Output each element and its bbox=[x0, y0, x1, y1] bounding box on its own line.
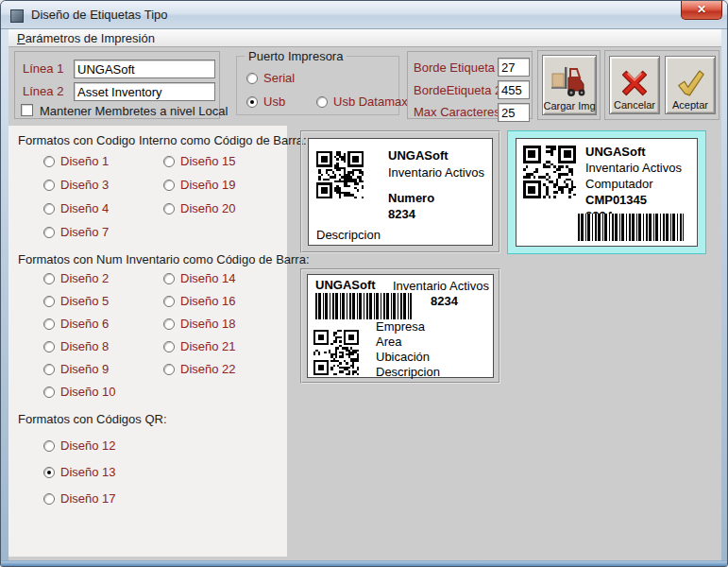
radio-diseno-7[interactable]: Diseño 7 bbox=[43, 225, 109, 239]
radio-circle bbox=[43, 180, 55, 191]
radio-label: Diseño 19 bbox=[180, 178, 236, 192]
radio-circle bbox=[163, 341, 175, 352]
radio-label: Diseño 18 bbox=[180, 317, 236, 331]
radio-diseno-18[interactable]: Diseño 18 bbox=[163, 317, 236, 331]
close-button[interactable]: ✕ bbox=[681, 1, 722, 20]
radio-label: Diseño 7 bbox=[60, 225, 109, 239]
radio-label: Diseño 1 bbox=[60, 154, 109, 168]
menu-parametros-impresion[interactable]: Parámetros de Impresión bbox=[13, 31, 159, 45]
radio-diseno-20[interactable]: Diseño 20 bbox=[163, 201, 236, 215]
cancel-x-icon bbox=[620, 69, 649, 97]
radio-diseno-15[interactable]: Diseño 15 bbox=[163, 154, 236, 168]
preview3-frame: UNGASoft Inventario Activos 8234 Empresa… bbox=[300, 268, 500, 384]
membrete-panel: Línea 1 Línea 2 Mantener Membretes a niv… bbox=[14, 51, 220, 119]
radio-circle bbox=[163, 273, 175, 284]
radio-label: Diseño 12 bbox=[60, 438, 116, 453]
preview3-number: 8234 bbox=[431, 294, 458, 308]
radio-diseno-3[interactable]: Diseño 3 bbox=[43, 178, 109, 192]
linea2-label: Línea 2 bbox=[23, 84, 63, 98]
cancelar-label: Cancelar bbox=[614, 99, 655, 111]
cancelar-button[interactable]: Cancelar bbox=[609, 56, 660, 114]
radio-diseno-17[interactable]: Diseño 17 bbox=[43, 491, 116, 506]
preview3-line-descripcion: Descripcion bbox=[376, 365, 440, 379]
radio-circle bbox=[43, 227, 55, 238]
radio-diseno-10[interactable]: Diseño 10 bbox=[43, 385, 116, 399]
cargar-panel: Cargar Img bbox=[537, 50, 601, 120]
aceptar-label: Aceptar bbox=[672, 99, 708, 111]
preview3-qr-code bbox=[313, 330, 359, 375]
cargar-img-button[interactable]: Cargar Img bbox=[542, 55, 597, 115]
radio-usb-datamax[interactable]: Usb Datamax bbox=[316, 94, 408, 109]
puerto-impresora-title: Puerto Impresora bbox=[245, 49, 347, 63]
radio-circle bbox=[163, 180, 175, 191]
radio-circle bbox=[43, 318, 55, 330]
preview1-footer: Descripcion bbox=[316, 228, 381, 242]
borde1-input[interactable] bbox=[498, 58, 530, 77]
radio-diseno-19[interactable]: Diseño 19 bbox=[163, 178, 236, 192]
radio-diseno-12[interactable]: Diseño 12 bbox=[43, 438, 116, 453]
window-icon bbox=[10, 9, 24, 23]
radio-diseno-16[interactable]: Diseño 16 bbox=[163, 294, 236, 308]
preview1-brand: UNGASoft bbox=[388, 148, 449, 163]
radio-diseno-22[interactable]: Diseño 22 bbox=[163, 362, 236, 376]
radio-diseno-6[interactable]: Diseño 6 bbox=[43, 317, 109, 331]
accept-check-icon bbox=[675, 69, 705, 97]
radio-circle bbox=[43, 296, 55, 307]
preview1-qr-code bbox=[316, 151, 364, 198]
preview2-brand: UNGASoft bbox=[585, 145, 646, 159]
borde1-label: Borde Etiqueta 1 bbox=[414, 60, 505, 75]
radio-label: Diseño 4 bbox=[60, 201, 109, 215]
title-bar[interactable]: Diseño de Etiquetas Tipo ✕ bbox=[1, 1, 728, 29]
preview1-subtitle: Inventario Activos bbox=[388, 165, 484, 180]
membretes-checkbox-label: Mantener Membretes a nivel Local bbox=[40, 104, 228, 118]
radio-circle bbox=[43, 493, 55, 505]
radio-diseno-21[interactable]: Diseño 21 bbox=[163, 339, 236, 353]
radio-label: Diseño 14 bbox=[180, 271, 236, 285]
radio-diseno-9[interactable]: Diseño 9 bbox=[43, 362, 109, 376]
aceptar-button[interactable]: Aceptar bbox=[665, 56, 716, 114]
client-area: Línea 1 Línea 2 Mantener Membretes a niv… bbox=[8, 47, 721, 560]
radio-label: Diseño 15 bbox=[180, 154, 236, 168]
preview2-label: UNGASoft Inventario Activos Computador C… bbox=[516, 138, 698, 247]
linea2-input[interactable] bbox=[74, 82, 215, 101]
radio-circle bbox=[163, 318, 175, 330]
radio-circle bbox=[163, 203, 175, 215]
radio-circle bbox=[43, 203, 55, 215]
radio-diseno-14[interactable]: Diseño 14 bbox=[163, 271, 236, 285]
radio-diseno-1[interactable]: Diseño 1 bbox=[43, 154, 109, 168]
group1-title: Formatos con Codigo Interno como Código … bbox=[18, 133, 307, 147]
preview3-brand: UNGASoft bbox=[315, 278, 376, 292]
linea1-input[interactable] bbox=[74, 60, 215, 78]
preview2-highlight: UNGASoft Inventario Activos Computador C… bbox=[507, 130, 706, 254]
preview1-label: UNGASoft Inventario Activos Numero 8234 … bbox=[308, 138, 493, 246]
borde2-input[interactable] bbox=[498, 80, 530, 99]
max-caracteres-input[interactable] bbox=[498, 103, 530, 122]
radio-diseno-4[interactable]: Diseño 4 bbox=[43, 201, 109, 215]
radio-label: Diseño 5 bbox=[60, 294, 109, 308]
radio-usb[interactable]: Usb bbox=[246, 94, 285, 109]
linea1-label: Línea 1 bbox=[23, 61, 63, 76]
radio-circle bbox=[163, 364, 175, 375]
window-bottom-frame bbox=[1, 560, 728, 567]
preview1-field-value: 8234 bbox=[388, 207, 415, 221]
radio-circle bbox=[163, 156, 175, 167]
radio-diseno-2[interactable]: Diseño 2 bbox=[43, 271, 109, 285]
radio-label: Diseño 6 bbox=[60, 317, 109, 331]
radio-circle bbox=[43, 364, 55, 375]
radio-diseno-5[interactable]: Diseño 5 bbox=[43, 294, 109, 308]
radio-serial[interactable]: Serial bbox=[246, 71, 295, 85]
radio-diseno-8[interactable]: Diseño 8 bbox=[43, 339, 109, 353]
radio-label: Usb bbox=[263, 94, 285, 109]
radio-circle bbox=[43, 341, 55, 352]
preview1-frame: UNGASoft Inventario Activos Numero 8234 … bbox=[300, 130, 500, 253]
membretes-checkbox[interactable] bbox=[21, 104, 33, 116]
radio-circle bbox=[43, 440, 55, 452]
radio-circle bbox=[246, 73, 258, 84]
dialog-window: Diseño de Etiquetas Tipo ✕ Parámetros de… bbox=[0, 0, 728, 567]
radio-diseno-13[interactable]: Diseño 13 bbox=[43, 465, 116, 479]
radio-label: Diseño 20 bbox=[180, 201, 236, 215]
window-title: Diseño de Etiquetas Tipo bbox=[31, 8, 168, 22]
radio-circle bbox=[43, 467, 55, 478]
radio-label: Diseño 3 bbox=[60, 178, 109, 192]
radio-label: Diseño 22 bbox=[180, 362, 236, 376]
